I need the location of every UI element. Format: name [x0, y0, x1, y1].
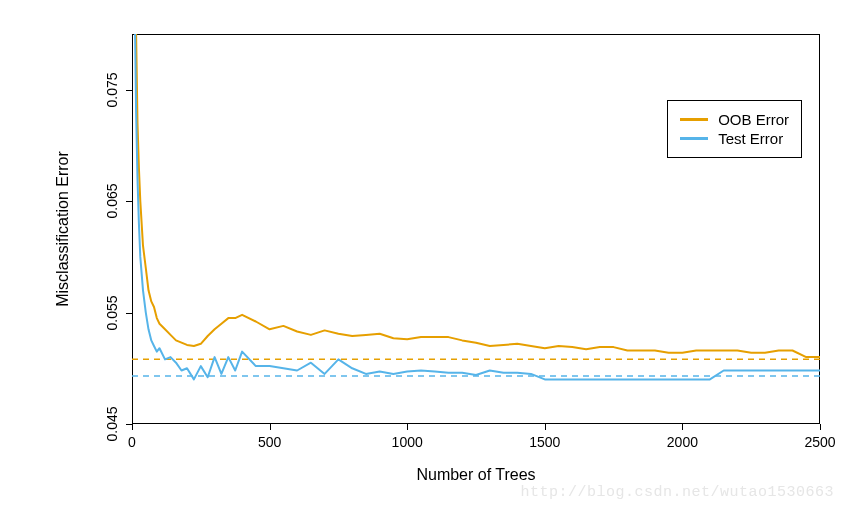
- y-tick: [126, 424, 132, 425]
- series-line: [133, 0, 820, 379]
- y-tick-label: 0.045: [104, 406, 120, 441]
- x-tick: [407, 424, 408, 430]
- x-tick-label: 2500: [804, 434, 835, 450]
- y-tick-label: 0.075: [104, 72, 120, 107]
- x-tick: [270, 424, 271, 430]
- legend-entry: Test Error: [680, 130, 789, 147]
- legend-swatch: [680, 118, 708, 121]
- x-tick-label: 1000: [392, 434, 423, 450]
- y-tick-label: 0.055: [104, 295, 120, 330]
- series-line: [133, 0, 820, 357]
- legend-entry: OOB Error: [680, 111, 789, 128]
- legend-swatch: [680, 137, 708, 140]
- y-tick-label: 0.065: [104, 184, 120, 219]
- y-tick: [126, 201, 132, 202]
- x-tick: [132, 424, 133, 430]
- x-tick: [545, 424, 546, 430]
- legend: OOB ErrorTest Error: [667, 100, 802, 158]
- x-tick-label: 0: [128, 434, 136, 450]
- x-tick: [820, 424, 821, 430]
- x-tick-label: 1500: [529, 434, 560, 450]
- x-tick-label: 2000: [667, 434, 698, 450]
- watermark: http://blog.csdn.net/wutao1530663: [520, 484, 834, 501]
- x-tick: [682, 424, 683, 430]
- x-axis-label: Number of Trees: [376, 466, 576, 484]
- x-tick-label: 500: [258, 434, 281, 450]
- y-tick: [126, 313, 132, 314]
- y-axis-label: Misclassification Error: [54, 129, 72, 329]
- legend-label: OOB Error: [718, 111, 789, 128]
- y-tick: [126, 90, 132, 91]
- legend-label: Test Error: [718, 130, 783, 147]
